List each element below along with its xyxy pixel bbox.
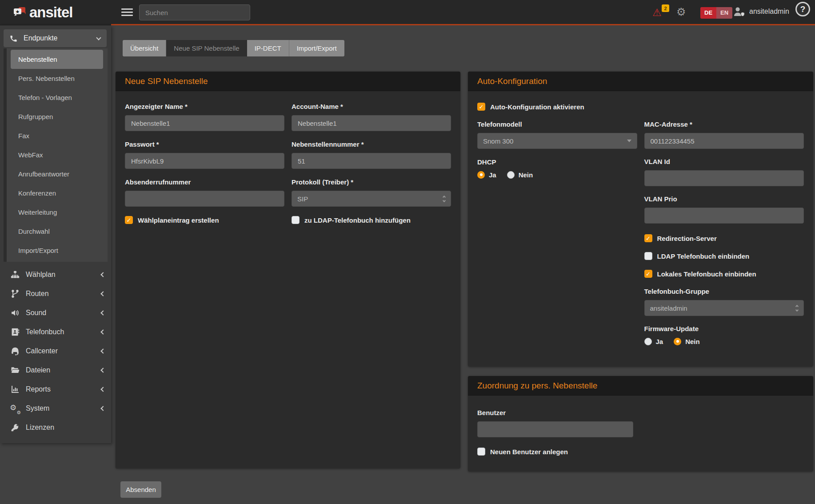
sidebar-item-durchwahl[interactable]: Durchwahl xyxy=(11,222,103,241)
radio-selected-icon[interactable] xyxy=(477,171,485,179)
sidebar-item-callcenter[interactable]: Callcenter xyxy=(0,341,111,360)
sidebar-item-import-export[interactable]: Import/Export xyxy=(11,241,103,260)
field-label: Firmware-Update xyxy=(644,325,804,332)
bar-chart-icon xyxy=(11,385,20,394)
checkbox-checked-icon[interactable]: ✓ xyxy=(125,216,133,224)
app-logo[interactable]: ★ ansitel xyxy=(0,0,111,25)
sidebar-item-label: Routen xyxy=(26,290,95,298)
field-passwort: Passwort * xyxy=(125,140,284,169)
sidebar-item-endpunkte[interactable]: Endpunkte xyxy=(4,29,107,47)
sender-number-input[interactable] xyxy=(125,191,284,207)
logo-chat-bubbles-icon: ★ xyxy=(13,7,26,18)
sidebar-item-anrufbeantworter[interactable]: Anrufbeantworter xyxy=(11,164,103,184)
chevron-left-icon xyxy=(100,291,105,296)
field-firmware-update: Firmware-Update Ja Nein xyxy=(644,325,804,345)
field-nebenstellennummer: Nebenstellennummer * xyxy=(292,140,451,169)
search-input[interactable] xyxy=(139,4,250,20)
checkbox-auto-konfiguration[interactable]: ✓ Auto-Konfiguration aktivieren xyxy=(477,103,804,111)
sidebar-item-rufgruppen[interactable]: Rufgruppen xyxy=(11,107,103,126)
sidebar-item-system[interactable]: ⚙⚙ System xyxy=(0,399,111,418)
sidebar-item-telefonbuch[interactable]: Telefonbuch xyxy=(0,322,111,341)
phonebook-group-select[interactable]: ansiteladmin xyxy=(644,300,804,316)
help-button[interactable]: ? xyxy=(795,2,810,16)
dhcp-radio-ja[interactable]: Ja xyxy=(477,171,496,179)
checkbox-checked-icon[interactable]: ✓ xyxy=(644,270,652,278)
sidebar-item-lizenzen[interactable]: Lizenzen xyxy=(0,418,111,437)
chevron-left-icon xyxy=(100,329,105,334)
vlan-prio-input[interactable] xyxy=(644,208,804,224)
checkbox-unchecked-icon[interactable] xyxy=(292,216,300,224)
mac-address-input[interactable] xyxy=(644,133,804,149)
headset-icon xyxy=(11,347,20,356)
page-tabs: Übersicht Neue SIP Nebenstelle IP-DECT I… xyxy=(123,40,344,56)
sidebar-item-reports[interactable]: Reports xyxy=(0,380,111,399)
checkbox-waehlplaneintrag[interactable]: ✓ Wählplaneintrag erstellen xyxy=(125,216,284,224)
phone-model-select[interactable]: Snom 300 xyxy=(477,133,637,149)
sidebar-item-webfax[interactable]: WebFax xyxy=(11,145,103,164)
field-telefonmodell: Telefonmodell Snom 300 xyxy=(477,120,637,149)
tab-neue-sip-nebenstelle[interactable]: Neue SIP Nebenstelle xyxy=(166,40,247,56)
sidebar-item-sound[interactable]: Sound xyxy=(0,303,111,322)
phone-icon xyxy=(9,34,18,43)
sidebar-item-label: Wählplan xyxy=(26,271,95,279)
firmware-radio-ja[interactable]: Ja xyxy=(644,338,663,345)
checkbox-lokales-telefonbuch-einbinden[interactable]: ✓ Lokales Telefonbuch einbinden xyxy=(644,270,804,278)
checkbox-label: Redirection-Server xyxy=(657,235,717,242)
vlan-id-input[interactable] xyxy=(644,170,804,186)
sidebar-item-fax[interactable]: Fax xyxy=(11,126,103,145)
settings-gear-icon[interactable]: ⚙ xyxy=(676,6,686,18)
display-name-input[interactable] xyxy=(125,115,284,131)
dhcp-radio-group: Ja Nein xyxy=(477,171,637,179)
alerts-button[interactable]: ⚠ 2 xyxy=(652,6,667,20)
password-input[interactable] xyxy=(125,153,284,169)
account-name-input[interactable] xyxy=(292,115,451,131)
checkbox-label: LDAP Telefonbuch einbinden xyxy=(657,252,750,260)
field-protokoll: Protokoll (Treiber) * SIP xyxy=(292,178,451,207)
sidebar-item-routen[interactable]: Routen xyxy=(0,284,111,303)
benutzer-input[interactable] xyxy=(477,421,633,437)
field-label: Absenderrufnummer xyxy=(125,178,284,186)
folder-open-icon xyxy=(11,366,20,375)
sidebar-item-pers-nebenstellen[interactable]: Pers. Nebenstellen xyxy=(11,69,103,88)
field-label: Benutzer xyxy=(477,409,804,416)
checkbox-ldap-telefonbuch-einbinden[interactable]: LDAP Telefonbuch einbinden xyxy=(644,252,804,260)
field-vlan-prio: VLAN Prio xyxy=(644,195,804,224)
absenden-button[interactable]: Absenden xyxy=(120,481,161,498)
tab-uebersicht[interactable]: Übersicht xyxy=(123,40,166,56)
sort-arrows-icon xyxy=(443,196,445,202)
hamburger-menu-icon[interactable] xyxy=(121,6,133,18)
checkbox-unchecked-icon[interactable] xyxy=(644,252,652,260)
panel-auto-konfiguration: Auto-Konfiguration ✓ Auto-Konfiguration … xyxy=(468,72,813,367)
radio-unselected-icon[interactable] xyxy=(507,171,515,179)
extension-number-input[interactable] xyxy=(292,153,451,169)
checkbox-checked-icon[interactable]: ✓ xyxy=(477,103,485,111)
sidebar-item-label: Callcenter xyxy=(26,347,95,355)
sidebar-item-dateien[interactable]: Dateien xyxy=(0,360,111,380)
checkbox-redirection-server[interactable]: ✓ Redirection-Server xyxy=(644,234,804,242)
checkbox-unchecked-icon[interactable] xyxy=(477,448,485,456)
chevron-down-icon xyxy=(96,35,101,40)
radio-unselected-icon[interactable] xyxy=(644,338,652,345)
panel-title: Neue SIP Nebenstelle xyxy=(116,72,460,91)
user-menu[interactable]: ansiteladmin xyxy=(733,6,789,17)
tab-ip-dect[interactable]: IP-DECT xyxy=(247,40,289,56)
field-label: Passwort * xyxy=(125,140,284,148)
sidebar-item-konferenzen[interactable]: Konferenzen xyxy=(11,184,103,203)
sidebar-item-nebenstellen[interactable]: Nebenstellen xyxy=(11,50,103,69)
sidebar-item-waehlplan[interactable]: Wählplan xyxy=(0,265,111,284)
language-en-button[interactable]: EN xyxy=(716,7,732,19)
chevron-left-icon xyxy=(100,368,105,372)
sidebar-item-telefon-vorlagen[interactable]: Telefon - Vorlagen xyxy=(11,88,103,107)
sidebar-item-handbuch[interactable]: Handbuch xyxy=(0,437,111,443)
checkbox-neuen-benutzer-anlegen[interactable]: Neuen Benutzer anlegen xyxy=(477,448,804,456)
firmware-radio-nein[interactable]: Nein xyxy=(674,338,700,345)
tab-import-export[interactable]: Import/Export xyxy=(289,40,344,56)
language-de-button[interactable]: DE xyxy=(700,7,716,19)
radio-selected-icon[interactable] xyxy=(674,338,681,345)
sidebar-item-weiterleitung[interactable]: Weiterleitung xyxy=(11,203,103,222)
dhcp-radio-nein[interactable]: Nein xyxy=(507,171,533,179)
protocol-select[interactable]: SIP xyxy=(292,191,451,207)
checkbox-label: zu LDAP-Telefonbuch hinzufügen xyxy=(304,216,411,224)
checkbox-zu-ldap-telefonbuch[interactable]: zu LDAP-Telefonbuch hinzufügen xyxy=(292,216,451,224)
checkbox-checked-icon[interactable]: ✓ xyxy=(644,234,652,242)
